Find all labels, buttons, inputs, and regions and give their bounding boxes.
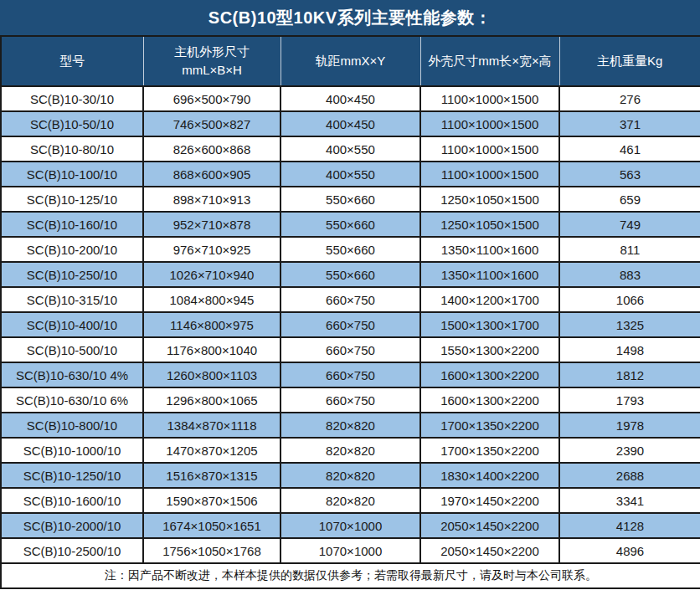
- col-header-shell-label: 外壳尺寸mm长×宽×高: [421, 52, 559, 70]
- cell-model: SC(B)10-80/10: [1, 136, 143, 162]
- cell-model: SC(B)10-400/10: [1, 312, 143, 337]
- cell-rail: 1070×1000: [281, 513, 420, 538]
- cell-size: 952×710×878: [143, 212, 281, 237]
- cell-model: SC(B)10-2000/10: [1, 513, 143, 538]
- cell-shell: 1830×1400×2200: [420, 463, 559, 488]
- cell-weight: 749: [559, 212, 700, 237]
- cell-weight: 461: [559, 136, 700, 162]
- cell-rail: 400×450: [281, 86, 420, 111]
- cell-size: 1470×870×1205: [143, 438, 281, 463]
- table-row: SC(B)10-400/10 1146×800×975 660×750 1500…: [1, 312, 700, 337]
- cell-rail: 660×750: [281, 287, 420, 312]
- cell-rail: 400×450: [281, 111, 420, 136]
- cell-model: SC(B)10-1250/10: [1, 463, 143, 488]
- cell-size: 976×710×925: [143, 237, 281, 262]
- table-row: SC(B)10-2500/10 1756×1050×1768 1070×1000…: [1, 538, 700, 563]
- col-header-shell: 外壳尺寸mm长×宽×高: [420, 36, 559, 86]
- col-header-model: 型号: [1, 36, 143, 86]
- cell-size: 1590×870×1506: [143, 488, 281, 513]
- cell-weight: 1793: [559, 387, 700, 413]
- table-row: SC(B)10-200/10 976×710×925 550×660 1350×…: [1, 237, 700, 262]
- cell-size: 1176×800×1040: [143, 337, 281, 362]
- table-row: SC(B)10-630/10 4% 1260×800×1103 660×750 …: [1, 362, 700, 387]
- cell-rail: 820×820: [281, 488, 420, 513]
- cell-size: 868×600×905: [143, 162, 281, 187]
- table-row: SC(B)10-2000/10 1674×1050×1651 1070×1000…: [1, 513, 700, 538]
- cell-weight: 1066: [559, 287, 700, 312]
- table-row: SC(B)10-315/10 1084×800×945 660×750 1400…: [1, 287, 700, 312]
- cell-weight: 1498: [559, 337, 700, 362]
- table-body: SC(B)10-30/10 696×500×790 400×450 1100×1…: [1, 86, 700, 563]
- cell-shell: 1100×1000×1500: [420, 136, 559, 162]
- cell-shell: 1600×1300×2200: [420, 387, 559, 413]
- cell-size: 1084×800×945: [143, 287, 281, 312]
- table-row: SC(B)10-160/10 952×710×878 550×660 1250×…: [1, 212, 700, 237]
- cell-weight: 883: [559, 262, 700, 287]
- footnote: 注：因产品不断改进，本样本提供的数据仅供参考；若需取得最新尺寸，请及时与本公司联…: [1, 563, 700, 588]
- table-header: 型号 主机外形尺寸 mmL×B×H 轨距mmX×Y 外壳尺寸mm长×宽×高 主机…: [1, 36, 700, 86]
- col-header-weight: 主机重量Kg: [559, 36, 700, 86]
- cell-rail: 400×550: [281, 162, 420, 187]
- col-header-rail-label: 轨距mmX×Y: [281, 52, 420, 70]
- cell-size: 1296×800×1065: [143, 387, 281, 413]
- cell-rail: 660×750: [281, 387, 420, 413]
- table-row: SC(B)10-80/10 826×600×868 400×550 1100×1…: [1, 136, 700, 162]
- table-row: SC(B)10-1000/10 1470×870×1205 820×820 17…: [1, 438, 700, 463]
- cell-shell: 1100×1000×1500: [420, 86, 559, 111]
- table-row: SC(B)10-30/10 696×500×790 400×450 1100×1…: [1, 86, 700, 111]
- cell-weight: 811: [559, 237, 700, 262]
- cell-shell: 1700×1350×2200: [420, 438, 559, 463]
- table-row: SC(B)10-1250/10 1516×870×1315 820×820 18…: [1, 463, 700, 488]
- cell-shell: 1250×1050×1500: [420, 212, 559, 237]
- cell-shell: 1550×1300×2200: [420, 337, 559, 362]
- cell-size: 1756×1050×1768: [143, 538, 281, 563]
- cell-weight: 2390: [559, 438, 700, 463]
- cell-model: SC(B)10-500/10: [1, 337, 143, 362]
- table-row: SC(B)10-1600/10 1590×870×1506 820×820 19…: [1, 488, 700, 513]
- cell-weight: 1812: [559, 362, 700, 387]
- cell-weight: 276: [559, 86, 700, 111]
- cell-model: SC(B)10-1000/10: [1, 438, 143, 463]
- cell-shell: 2050×1450×2200: [420, 538, 559, 563]
- cell-rail: 660×750: [281, 362, 420, 387]
- cell-rail: 1070×1000: [281, 538, 420, 563]
- cell-rail: 400×550: [281, 136, 420, 162]
- cell-rail: 660×750: [281, 337, 420, 362]
- cell-weight: 371: [559, 111, 700, 136]
- cell-model: SC(B)10-30/10: [1, 86, 143, 111]
- cell-model: SC(B)10-2500/10: [1, 538, 143, 563]
- table-row: SC(B)10-100/10 868×600×905 400×550 1100×…: [1, 162, 700, 187]
- table-row: SC(B)10-800/10 1384×870×1118 820×820 170…: [1, 413, 700, 438]
- spec-sheet: SC(B)10型10KV系列主要性能参数： 型号 主机外形尺寸 mmL×B×H …: [0, 0, 700, 589]
- cell-weight: 1978: [559, 413, 700, 438]
- table-row: SC(B)10-500/10 1176×800×1040 660×750 155…: [1, 337, 700, 362]
- cell-size: 1674×1050×1651: [143, 513, 281, 538]
- cell-size: 746×500×827: [143, 111, 281, 136]
- cell-size: 898×710×913: [143, 187, 281, 212]
- cell-shell: 1400×1200×1700: [420, 287, 559, 312]
- cell-size: 696×500×790: [143, 86, 281, 111]
- cell-model: SC(B)10-200/10: [1, 237, 143, 262]
- cell-size: 1026×710×940: [143, 262, 281, 287]
- cell-rail: 820×820: [281, 438, 420, 463]
- cell-size: 1384×870×1118: [143, 413, 281, 438]
- cell-shell: 1700×1350×2200: [420, 413, 559, 438]
- cell-weight: 3341: [559, 488, 700, 513]
- cell-weight: 563: [559, 162, 700, 187]
- cell-size: 1146×800×975: [143, 312, 281, 337]
- cell-model: SC(B)10-1600/10: [1, 488, 143, 513]
- cell-model: SC(B)10-125/10: [1, 187, 143, 212]
- col-header-rail: 轨距mmX×Y: [281, 36, 420, 86]
- cell-shell: 2050×1450×2200: [420, 513, 559, 538]
- col-header-size-label-line2: mmL×B×H: [144, 61, 281, 80]
- col-header-size-label-line1: 主机外形尺寸: [144, 43, 281, 61]
- cell-model: SC(B)10-315/10: [1, 287, 143, 312]
- page-title: SC(B)10型10KV系列主要性能参数：: [0, 0, 700, 35]
- cell-weight: 2688: [559, 463, 700, 488]
- cell-weight: 4896: [559, 538, 700, 563]
- cell-shell: 1350×1100×1600: [420, 237, 559, 262]
- table-row: SC(B)10-50/10 746×500×827 400×450 1100×1…: [1, 111, 700, 136]
- cell-weight: 1325: [559, 312, 700, 337]
- col-header-model-label: 型号: [2, 52, 143, 70]
- cell-rail: 550×660: [281, 237, 420, 262]
